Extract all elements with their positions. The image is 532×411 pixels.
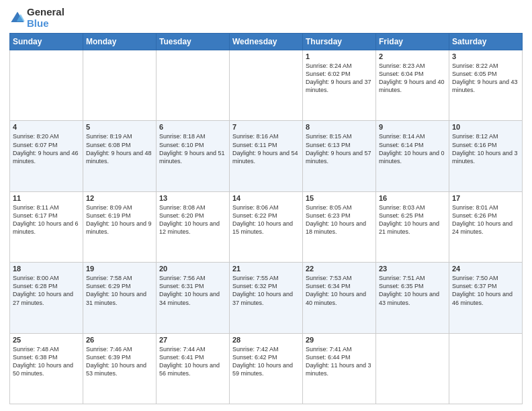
- calendar-cell: 29Sunrise: 7:41 AM Sunset: 6:44 PM Dayli…: [303, 333, 376, 404]
- day-number: 6: [159, 123, 226, 131]
- day-number: 27: [159, 336, 226, 344]
- weekday-header: Thursday: [303, 34, 376, 50]
- day-info: Sunrise: 8:11 AM Sunset: 6:17 PM Dayligh…: [13, 203, 80, 236]
- calendar-cell: 17Sunrise: 8:01 AM Sunset: 6:26 PM Dayli…: [449, 191, 523, 262]
- calendar-cell: 11Sunrise: 8:11 AM Sunset: 6:17 PM Dayli…: [10, 191, 83, 262]
- day-number: 13: [159, 194, 226, 202]
- calendar-cell: 14Sunrise: 8:06 AM Sunset: 6:22 PM Dayli…: [230, 191, 303, 262]
- day-number: 8: [306, 123, 373, 131]
- weekday-header: Friday: [376, 34, 449, 50]
- weekday-header: Wednesday: [230, 34, 303, 50]
- day-number: 10: [452, 123, 519, 131]
- day-number: 15: [306, 194, 373, 202]
- day-info: Sunrise: 7:44 AM Sunset: 6:41 PM Dayligh…: [159, 345, 226, 378]
- day-number: 24: [452, 265, 519, 273]
- day-info: Sunrise: 7:50 AM Sunset: 6:37 PM Dayligh…: [452, 274, 519, 307]
- calendar-cell: [376, 333, 449, 404]
- day-info: Sunrise: 8:09 AM Sunset: 6:19 PM Dayligh…: [86, 203, 153, 236]
- day-info: Sunrise: 7:51 AM Sunset: 6:35 PM Dayligh…: [379, 274, 446, 307]
- calendar-cell: 16Sunrise: 8:03 AM Sunset: 6:25 PM Dayli…: [376, 191, 449, 262]
- day-info: Sunrise: 7:42 AM Sunset: 6:42 PM Dayligh…: [232, 345, 300, 378]
- calendar-header-row: SundayMondayTuesdayWednesdayThursdayFrid…: [10, 34, 523, 50]
- weekday-header: Sunday: [10, 34, 83, 50]
- calendar-cell: [10, 50, 83, 121]
- day-number: 18: [13, 265, 80, 273]
- day-number: 3: [452, 52, 519, 60]
- day-info: Sunrise: 7:48 AM Sunset: 6:38 PM Dayligh…: [13, 345, 80, 378]
- calendar-cell: 21Sunrise: 7:55 AM Sunset: 6:32 PM Dayli…: [230, 263, 303, 333]
- calendar-cell: 28Sunrise: 7:42 AM Sunset: 6:42 PM Dayli…: [230, 333, 303, 404]
- day-number: 21: [232, 265, 300, 273]
- calendar-cell: 10Sunrise: 8:12 AM Sunset: 6:16 PM Dayli…: [449, 121, 523, 191]
- header: General Blue: [9, 7, 523, 29]
- day-info: Sunrise: 7:53 AM Sunset: 6:34 PM Dayligh…: [306, 274, 373, 307]
- day-info: Sunrise: 7:41 AM Sunset: 6:44 PM Dayligh…: [306, 345, 373, 378]
- calendar-cell: 19Sunrise: 7:58 AM Sunset: 6:29 PM Dayli…: [83, 263, 157, 333]
- calendar-cell: [449, 333, 523, 404]
- calendar-cell: 20Sunrise: 7:56 AM Sunset: 6:31 PM Dayli…: [157, 263, 230, 333]
- calendar-cell: 18Sunrise: 8:00 AM Sunset: 6:28 PM Dayli…: [10, 263, 83, 333]
- weekday-header: Saturday: [449, 34, 523, 50]
- calendar-cell: 27Sunrise: 7:44 AM Sunset: 6:41 PM Dayli…: [157, 333, 230, 404]
- calendar-week-row: 25Sunrise: 7:48 AM Sunset: 6:38 PM Dayli…: [10, 333, 523, 404]
- day-number: 16: [379, 194, 446, 202]
- day-info: Sunrise: 7:46 AM Sunset: 6:39 PM Dayligh…: [86, 345, 153, 378]
- day-info: Sunrise: 7:58 AM Sunset: 6:29 PM Dayligh…: [86, 274, 153, 307]
- calendar-week-row: 4Sunrise: 8:20 AM Sunset: 6:07 PM Daylig…: [10, 121, 523, 191]
- calendar-cell: [83, 50, 157, 121]
- calendar-cell: 12Sunrise: 8:09 AM Sunset: 6:19 PM Dayli…: [83, 191, 157, 262]
- calendar-cell: [230, 50, 303, 121]
- day-number: 23: [379, 265, 446, 273]
- day-info: Sunrise: 8:05 AM Sunset: 6:23 PM Dayligh…: [306, 203, 373, 236]
- day-number: 19: [86, 265, 153, 273]
- calendar-cell: 3Sunrise: 8:22 AM Sunset: 6:05 PM Daylig…: [449, 50, 523, 121]
- day-number: 25: [13, 336, 80, 344]
- day-number: 14: [232, 194, 300, 202]
- calendar-cell: 4Sunrise: 8:20 AM Sunset: 6:07 PM Daylig…: [10, 121, 83, 191]
- calendar-cell: 8Sunrise: 8:15 AM Sunset: 6:13 PM Daylig…: [303, 121, 376, 191]
- day-info: Sunrise: 8:01 AM Sunset: 6:26 PM Dayligh…: [452, 203, 519, 236]
- day-info: Sunrise: 8:22 AM Sunset: 6:05 PM Dayligh…: [452, 62, 519, 95]
- calendar-cell: 13Sunrise: 8:08 AM Sunset: 6:20 PM Dayli…: [157, 191, 230, 262]
- day-number: 28: [232, 336, 300, 344]
- calendar-cell: 7Sunrise: 8:16 AM Sunset: 6:11 PM Daylig…: [230, 121, 303, 191]
- calendar-cell: 9Sunrise: 8:14 AM Sunset: 6:14 PM Daylig…: [376, 121, 449, 191]
- day-info: Sunrise: 8:23 AM Sunset: 6:04 PM Dayligh…: [379, 62, 446, 95]
- day-info: Sunrise: 8:06 AM Sunset: 6:22 PM Dayligh…: [232, 203, 300, 236]
- calendar-cell: 6Sunrise: 8:18 AM Sunset: 6:10 PM Daylig…: [157, 121, 230, 191]
- calendar-week-row: 18Sunrise: 8:00 AM Sunset: 6:28 PM Dayli…: [10, 263, 523, 333]
- calendar-cell: 1Sunrise: 8:24 AM Sunset: 6:02 PM Daylig…: [303, 50, 376, 121]
- logo-icon: [9, 10, 26, 26]
- day-info: Sunrise: 8:16 AM Sunset: 6:11 PM Dayligh…: [232, 132, 300, 165]
- day-info: Sunrise: 8:18 AM Sunset: 6:10 PM Dayligh…: [159, 132, 226, 165]
- day-info: Sunrise: 8:08 AM Sunset: 6:20 PM Dayligh…: [159, 203, 226, 236]
- day-info: Sunrise: 8:14 AM Sunset: 6:14 PM Dayligh…: [379, 132, 446, 165]
- day-number: 29: [306, 336, 373, 344]
- calendar-week-row: 1Sunrise: 8:24 AM Sunset: 6:02 PM Daylig…: [10, 50, 523, 121]
- day-number: 5: [86, 123, 153, 131]
- calendar-cell: 22Sunrise: 7:53 AM Sunset: 6:34 PM Dayli…: [303, 263, 376, 333]
- weekday-header: Tuesday: [157, 34, 230, 50]
- logo-text: General Blue: [27, 7, 64, 29]
- day-number: 11: [13, 194, 80, 202]
- calendar-cell: 25Sunrise: 7:48 AM Sunset: 6:38 PM Dayli…: [10, 333, 83, 404]
- day-info: Sunrise: 8:12 AM Sunset: 6:16 PM Dayligh…: [452, 132, 519, 165]
- weekday-header: Monday: [83, 34, 157, 50]
- calendar-table: SundayMondayTuesdayWednesdayThursdayFrid…: [9, 33, 523, 404]
- day-info: Sunrise: 8:20 AM Sunset: 6:07 PM Dayligh…: [13, 132, 80, 165]
- page: General Blue SundayMondayTuesdayWednesda…: [0, 0, 532, 411]
- day-info: Sunrise: 8:00 AM Sunset: 6:28 PM Dayligh…: [13, 274, 80, 307]
- day-info: Sunrise: 7:55 AM Sunset: 6:32 PM Dayligh…: [232, 274, 300, 307]
- day-number: 1: [306, 52, 373, 60]
- day-number: 2: [379, 52, 446, 60]
- calendar-cell: 5Sunrise: 8:19 AM Sunset: 6:08 PM Daylig…: [83, 121, 157, 191]
- day-number: 9: [379, 123, 446, 131]
- day-number: 17: [452, 194, 519, 202]
- calendar-week-row: 11Sunrise: 8:11 AM Sunset: 6:17 PM Dayli…: [10, 191, 523, 262]
- calendar-cell: 23Sunrise: 7:51 AM Sunset: 6:35 PM Dayli…: [376, 263, 449, 333]
- day-number: 26: [86, 336, 153, 344]
- day-number: 4: [13, 123, 80, 131]
- calendar-cell: 24Sunrise: 7:50 AM Sunset: 6:37 PM Dayli…: [449, 263, 523, 333]
- calendar-cell: 15Sunrise: 8:05 AM Sunset: 6:23 PM Dayli…: [303, 191, 376, 262]
- calendar-cell: 2Sunrise: 8:23 AM Sunset: 6:04 PM Daylig…: [376, 50, 449, 121]
